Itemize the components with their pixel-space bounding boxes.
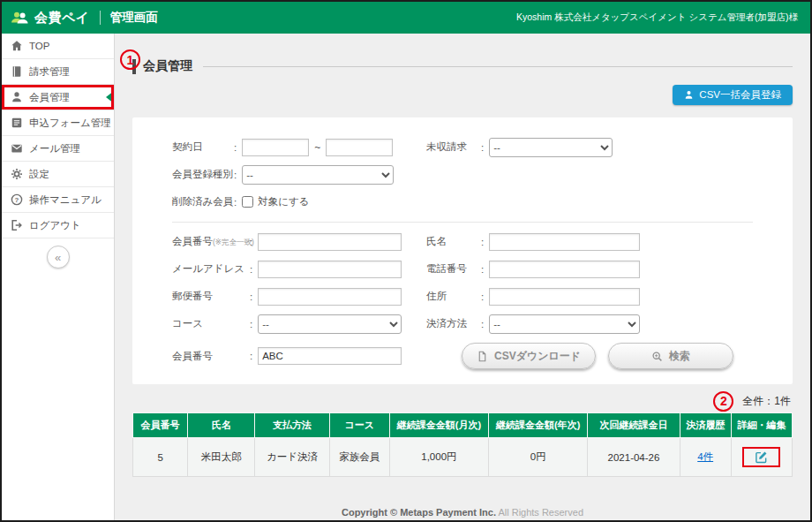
sidebar-item-members[interactable]: 会員管理 — [2, 85, 114, 110]
sidebar-collapse-button[interactable]: « — [47, 246, 70, 269]
cell-name: 米田太郎 — [188, 438, 255, 477]
payment-history-link[interactable]: 4件 — [697, 451, 713, 462]
sidebar-collapse-row: « — [2, 238, 114, 269]
contract-date-from-input[interactable] — [242, 139, 309, 156]
member-no-input[interactable] — [258, 233, 402, 251]
cell-payment-method: カード決済 — [255, 438, 329, 477]
col-next-billing-date: 次回継続課金日 — [588, 413, 680, 438]
search-button[interactable]: 検索 — [608, 343, 733, 369]
cell-detail-edit — [731, 438, 792, 477]
form-row-member-type: 会員登録種別 : -- — [172, 161, 753, 188]
csv-download-button[interactable]: CSVダウンロード — [462, 343, 596, 369]
top-header: 会費ペイ 管理画面 Kyoshim 株式会社メタップスペイメント システム管理者… — [2, 2, 810, 34]
postal-label: 郵便番号 — [172, 290, 248, 303]
deleted-member-label: 削除済み会員 — [172, 195, 232, 208]
form-row-search-actions: 会員番号 : CSVダウンロード — [172, 340, 753, 372]
table-header-row: 会員番号 氏名 支払方法 コース 継続課金金額(月次) 継続課金金額(年次) 次… — [133, 413, 793, 438]
member-no-label: 会員番号(※完全一致) — [172, 235, 248, 248]
sidebar-item-label: 会員管理 — [29, 91, 70, 104]
sidebar-item-billing[interactable]: 請求管理 — [2, 59, 114, 85]
logo-divider — [100, 11, 101, 25]
cell-member-no: 5 — [133, 438, 188, 477]
table-row: 5 米田太郎 カード決済 家族会員 1,000円 0円 2021-04-26 4… — [133, 438, 793, 477]
brand-name: 会費ペイ — [34, 10, 90, 26]
cell-next-billing-date: 2021-04-26 — [588, 438, 680, 477]
email-label: メールアドレス — [172, 262, 248, 276]
csv-register-row: CSV一括会員登録 — [132, 85, 793, 105]
name-input[interactable] — [489, 233, 640, 251]
csv-bulk-register-label: CSV一括会員登録 — [699, 88, 781, 102]
settings-gear-icon — [11, 168, 23, 180]
postal-input[interactable] — [258, 288, 402, 306]
form-row-member-no-name: 会員番号(※完全一致) : 氏名 : — [172, 228, 753, 255]
sidebar-item-label: 申込フォーム管理 — [29, 117, 111, 130]
sidebar-item-label: 請求管理 — [29, 65, 70, 79]
admin-window: 会費ペイ 管理画面 Kyoshim 株式会社メタップスペイメント システム管理者… — [0, 0, 812, 522]
panel-divider — [172, 222, 753, 223]
col-course: コース — [329, 413, 389, 438]
member-no-search-input[interactable] — [258, 347, 402, 365]
sidebar-item-logout[interactable]: ログアウト — [2, 213, 114, 238]
rights-text: All Rights Reserved — [498, 507, 583, 518]
include-deleted-label: 対象にする — [258, 195, 309, 208]
course-select[interactable]: -- — [258, 314, 402, 334]
date-range-tilde: ~ — [314, 141, 320, 154]
home-icon — [11, 40, 23, 52]
contract-date-to-input[interactable] — [326, 139, 393, 156]
form-row-deleted-member: 削除済み会員 : 対象にする — [172, 188, 753, 216]
col-yearly-amount: 継続課金金額(年次) — [489, 413, 588, 438]
active-menu-arrow-icon — [106, 91, 114, 103]
payment-method-select[interactable]: -- — [489, 314, 640, 334]
sidebar-item-manual[interactable]: ? 操作マニュアル — [2, 187, 114, 213]
sidebar-item-mail[interactable]: メール管理 — [2, 136, 114, 162]
search-action-buttons: CSVダウンロード 検索 — [462, 343, 733, 369]
page-title: 会員管理 — [143, 58, 192, 74]
cell-yearly-amount: 0円 — [489, 438, 588, 477]
sidebar-item-top[interactable]: TOP — [2, 34, 114, 59]
address-input[interactable] — [489, 288, 640, 306]
brand-logo: 会費ペイ 管理画面 — [11, 10, 158, 26]
csv-bulk-register-button[interactable]: CSV一括会員登録 — [673, 85, 793, 105]
page-title-row: 会員管理 — [132, 58, 793, 74]
unpaid-billing-select[interactable]: -- — [489, 138, 613, 157]
members-logo-icon — [11, 11, 28, 25]
sidebar-item-settings[interactable]: 設定 — [2, 162, 114, 187]
edit-pencil-icon[interactable] — [755, 450, 768, 464]
annotation-circle-1: 1 — [120, 49, 140, 70]
unpaid-billing-label: 未収請求 — [426, 140, 479, 154]
invoice-icon — [11, 65, 23, 78]
logout-icon — [11, 219, 23, 231]
total-count-label: 全件：1件 — [742, 394, 791, 409]
exact-match-note: (※完全一致) — [213, 238, 254, 246]
col-detail-edit: 詳細・編集 — [731, 413, 792, 438]
member-type-select[interactable]: -- — [242, 165, 394, 185]
annotation-box-edit — [742, 447, 780, 467]
address-label: 住所 — [426, 290, 479, 303]
include-deleted-checkbox[interactable] — [242, 196, 253, 208]
section-name: 管理画面 — [110, 10, 158, 26]
sidebar: TOP 請求管理 会員管理 申込フォーム管理 — [2, 34, 115, 520]
member-no-search-label: 会員番号 — [172, 350, 248, 363]
col-payment-history: 決済履歴 — [680, 413, 731, 438]
search-label: 検索 — [669, 349, 690, 364]
phone-input[interactable] — [489, 261, 640, 278]
main-content: 1 会員管理 CSV一括会員登録 契約日 — [115, 34, 810, 520]
col-payment-method: 支払方法 — [255, 413, 329, 438]
email-input[interactable] — [258, 261, 402, 278]
magnifier-icon — [651, 351, 663, 362]
sidebar-item-label: 操作マニュアル — [29, 193, 102, 207]
col-name: 氏名 — [188, 413, 255, 438]
phone-label: 電話番号 — [426, 262, 479, 276]
cell-payment-history: 4件 — [680, 438, 731, 477]
member-results-table: 会員番号 氏名 支払方法 コース 継続課金金額(月次) 継続課金金額(年次) 次… — [132, 412, 793, 477]
name-label: 氏名 — [426, 235, 479, 248]
csv-download-label: CSVダウンロード — [494, 349, 581, 364]
cell-course: 家族会員 — [329, 438, 389, 477]
annotation-circle-2: 2 — [713, 391, 733, 412]
copyright-text: Copyright © Metaps Payment Inc. — [342, 507, 496, 518]
result-count-row: 2 全件：1件 — [132, 390, 793, 412]
sidebar-item-label: TOP — [29, 41, 49, 51]
svg-text:?: ? — [15, 196, 19, 204]
logged-in-user-info: Kyoshim 株式会社メタップスペイメント システム管理者(加盟店)様 — [516, 11, 798, 24]
sidebar-item-application-form[interactable]: 申込フォーム管理 — [2, 110, 114, 136]
